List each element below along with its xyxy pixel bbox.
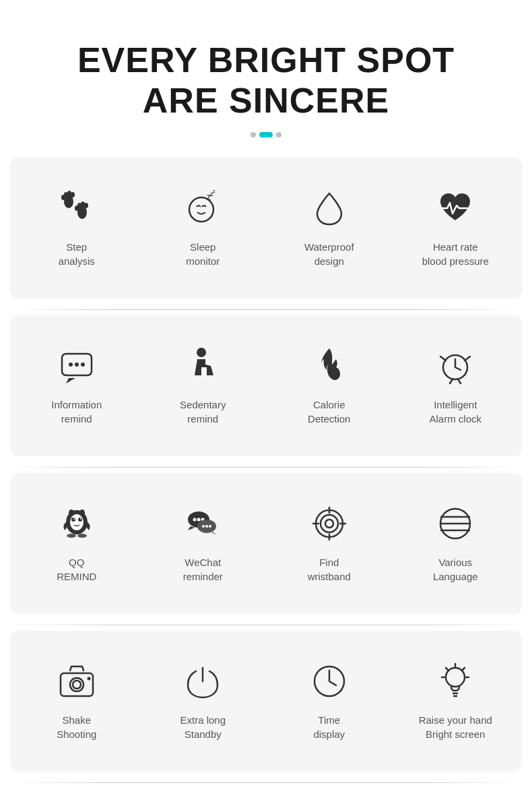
feature-alarm: IntelligentAlarm clock bbox=[396, 336, 516, 436]
svg-point-9 bbox=[84, 203, 88, 208]
sitting-icon bbox=[179, 342, 226, 389]
wechat-label: WeChatreminder bbox=[183, 555, 223, 584]
sleep-label: Sleepmonitor bbox=[186, 240, 220, 268]
feature-language: VariousLanguage bbox=[396, 493, 516, 594]
feature-sedentary: Sedentaryremind bbox=[143, 336, 263, 436]
svg-point-36 bbox=[205, 525, 208, 528]
feature-step: Stepanalysis bbox=[17, 178, 137, 278]
water-drop-icon bbox=[306, 185, 353, 232]
feature-find: Findwristband bbox=[269, 493, 389, 594]
header: EVERY BRIGHT SPOT ARE SINCERE bbox=[64, 0, 468, 158]
feature-calorie: CalorieDetection bbox=[269, 336, 389, 436]
svg-point-25 bbox=[80, 518, 81, 520]
svg-point-16 bbox=[75, 363, 79, 367]
svg-point-40 bbox=[325, 520, 333, 528]
svg-point-27 bbox=[79, 509, 85, 516]
svg-point-22 bbox=[71, 518, 75, 522]
svg-line-61 bbox=[446, 668, 448, 670]
svg-point-21 bbox=[70, 514, 84, 530]
divider-3 bbox=[10, 625, 522, 625]
svg-point-24 bbox=[73, 518, 75, 520]
svg-point-39 bbox=[321, 515, 338, 532]
section-3: QQREMIND bbox=[10, 473, 522, 614]
power-icon bbox=[179, 658, 226, 705]
svg-point-28 bbox=[67, 534, 76, 538]
svg-point-23 bbox=[78, 518, 82, 522]
feature-time: Timedisplay bbox=[269, 651, 389, 751]
feature-heartrate: Heart rateblood pressure bbox=[396, 178, 516, 278]
sedentary-label: Sedentaryremind bbox=[180, 398, 226, 426]
qq-icon bbox=[53, 500, 100, 547]
alarm-label: IntelligentAlarm clock bbox=[429, 398, 481, 426]
header-title: EVERY BRIGHT SPOT ARE SINCERE bbox=[77, 40, 455, 121]
lightbulb-icon bbox=[432, 658, 479, 705]
feature-info: Informationremind bbox=[17, 336, 137, 436]
flame-icon bbox=[306, 342, 353, 389]
divider-1 bbox=[10, 309, 522, 310]
svg-point-15 bbox=[69, 363, 73, 367]
feature-shake: ShakeShooting bbox=[17, 651, 137, 751]
feature-waterproof: Waterproofdesign bbox=[269, 178, 389, 278]
language-label: VariousLanguage bbox=[433, 555, 478, 584]
svg-point-18 bbox=[197, 348, 206, 357]
footsteps-icon bbox=[53, 185, 100, 232]
feature-standby: Extra longStandby bbox=[143, 651, 263, 751]
heart-rate-icon bbox=[432, 185, 479, 232]
sleep-icon: Z Z Z bbox=[179, 185, 226, 232]
chat-bubble-icon bbox=[53, 342, 100, 389]
svg-text:Z: Z bbox=[213, 189, 215, 193]
features-grid-4: ShakeShooting Extra longStandby bbox=[17, 651, 515, 751]
svg-point-29 bbox=[77, 534, 87, 538]
waterproof-label: Waterproofdesign bbox=[304, 240, 354, 268]
features-grid-2: Informationremind Sedentaryremind bbox=[17, 336, 515, 436]
dot-3 bbox=[276, 132, 281, 137]
features-grid-1: Stepanalysis Z Z Z Slee bbox=[17, 178, 515, 278]
dot-2 bbox=[259, 132, 273, 137]
alarm-clock-icon bbox=[432, 342, 479, 389]
section-1: Stepanalysis Z Z Z Slee bbox=[10, 158, 522, 299]
divider-2 bbox=[10, 467, 522, 468]
info-label: Informationremind bbox=[51, 398, 102, 426]
svg-point-35 bbox=[202, 525, 205, 528]
features-grid-3: QQREMIND bbox=[17, 493, 515, 594]
svg-point-26 bbox=[69, 509, 74, 516]
svg-point-4 bbox=[71, 192, 75, 197]
wechat-icon bbox=[179, 500, 226, 547]
section-2: Informationremind Sedentaryremind bbox=[10, 315, 522, 456]
standby-label: Extra longStandby bbox=[180, 713, 226, 741]
camera-icon bbox=[53, 658, 100, 705]
svg-rect-49 bbox=[61, 673, 93, 696]
heartrate-label: Heart rateblood pressure bbox=[422, 240, 489, 268]
dot-1 bbox=[251, 132, 256, 137]
language-icon bbox=[432, 500, 479, 547]
svg-point-54 bbox=[446, 668, 465, 687]
target-icon bbox=[306, 500, 353, 547]
feature-wechat: WeChatreminder bbox=[143, 493, 263, 594]
divider-4 bbox=[10, 782, 522, 783]
raise-label: Raise your handBright screen bbox=[419, 713, 492, 741]
calorie-label: CalorieDetection bbox=[308, 398, 350, 426]
svg-point-17 bbox=[81, 363, 85, 367]
step-label: Stepanalysis bbox=[59, 240, 95, 268]
time-label: Timedisplay bbox=[313, 713, 345, 741]
clock-icon bbox=[306, 658, 353, 705]
svg-point-37 bbox=[209, 525, 211, 528]
shake-label: ShakeShooting bbox=[57, 713, 96, 741]
svg-point-32 bbox=[197, 518, 201, 521]
feature-sleep: Z Z Z Sleepmonitor bbox=[143, 178, 263, 278]
svg-point-52 bbox=[87, 677, 90, 680]
feature-raise: Raise your handBright screen bbox=[396, 651, 516, 751]
section-4: ShakeShooting Extra longStandby bbox=[10, 631, 522, 772]
find-label: Findwristband bbox=[308, 555, 351, 584]
qq-label: QQREMIND bbox=[57, 555, 96, 584]
svg-line-60 bbox=[463, 668, 465, 670]
dots-indicator bbox=[77, 132, 455, 137]
svg-point-51 bbox=[73, 681, 81, 689]
sections-wrapper: Stepanalysis Z Z Z Slee bbox=[0, 158, 532, 788]
svg-point-31 bbox=[193, 518, 197, 521]
feature-qq: QQREMIND bbox=[17, 493, 137, 594]
